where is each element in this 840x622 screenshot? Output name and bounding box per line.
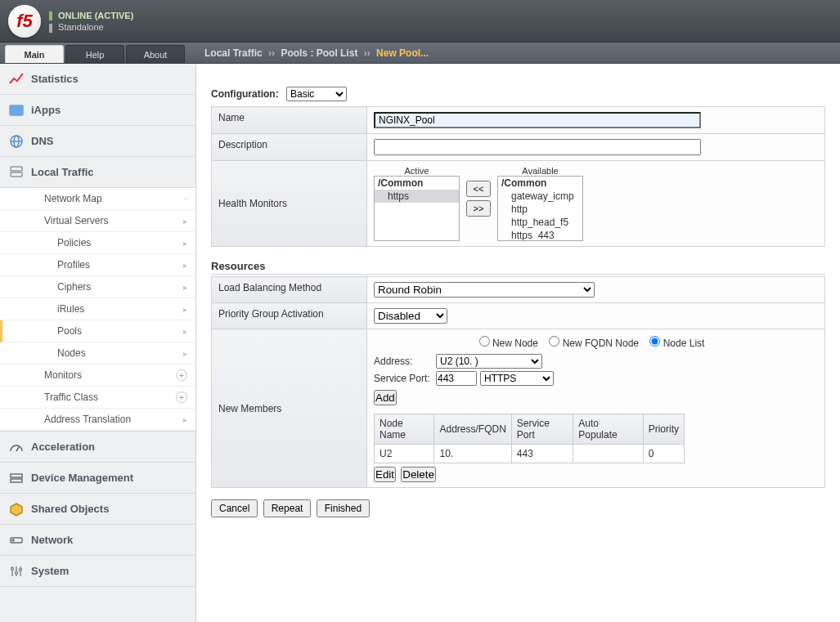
- lb-method-label: Load Balancing Method: [212, 277, 367, 303]
- tab-main[interactable]: Main: [5, 45, 64, 63]
- svg-point-18: [20, 568, 22, 571]
- sidebar-item-device-management[interactable]: Device Management: [0, 463, 195, 494]
- expand-icon: ▫: [184, 195, 187, 204]
- hm-group-common: /Common: [375, 177, 459, 190]
- configuration-select[interactable]: Basic: [286, 87, 347, 101]
- app-header: f5 ONLINE (ACTIVE) Standalone: [0, 0, 840, 43]
- sidebar-item-local-traffic[interactable]: Local Traffic: [0, 157, 195, 188]
- cell-port: 443: [511, 445, 573, 463]
- col-auto-populate: Auto Populate: [573, 414, 643, 445]
- svg-point-16: [11, 567, 14, 570]
- sidebar-item-shared-objects[interactable]: Shared Objects: [0, 494, 195, 525]
- svg-point-17: [16, 571, 18, 574]
- hm-available-list[interactable]: /Common gateway_icmp http http_head_f5 h…: [497, 176, 583, 241]
- sidebar-item-irules[interactable]: iRules ▸: [0, 298, 195, 320]
- chevron-right-icon: ▸: [183, 349, 187, 358]
- radio-new-node[interactable]: New Node: [479, 338, 538, 349]
- sidebar-item-statistics[interactable]: Statistics: [0, 64, 195, 95]
- app-window-icon: [8, 102, 25, 119]
- hm-move-left-button[interactable]: <<: [466, 181, 491, 197]
- status-block: ONLINE (ACTIVE) Standalone: [49, 9, 133, 33]
- configuration-label: Configuration:: [211, 88, 279, 100]
- sidebar-item-policies[interactable]: Policies ▸: [0, 232, 195, 254]
- hm-active-item[interactable]: https: [375, 190, 459, 203]
- col-priority: Priority: [643, 414, 684, 445]
- sidebar-label: Traffic Class: [44, 392, 98, 403]
- sidebar-item-traffic-class[interactable]: Traffic Class +: [0, 387, 195, 409]
- breadcrumb-local-traffic[interactable]: Local Traffic: [204, 47, 263, 59]
- radio-new-fqdn-node[interactable]: New FQDN Node: [549, 338, 639, 349]
- description-label: Description: [212, 134, 367, 161]
- name-input[interactable]: [374, 112, 701, 128]
- sidebar-item-address-translation[interactable]: Address Translation ▸: [0, 409, 195, 431]
- sidebar-label: Network: [31, 534, 73, 546]
- hm-available-item[interactable]: gateway_icmp: [498, 190, 582, 203]
- breadcrumb-pools-list[interactable]: Pools : Pool List: [281, 47, 357, 59]
- sidebar-item-virtual-servers[interactable]: Virtual Servers ▸: [0, 210, 195, 232]
- tab-help[interactable]: Help: [65, 45, 124, 63]
- tab-about[interactable]: About: [126, 45, 185, 63]
- sidebar-item-monitors[interactable]: Monitors +: [0, 365, 195, 387]
- svg-point-12: [12, 539, 14, 541]
- address-select[interactable]: U2 (10. ): [436, 354, 542, 369]
- sidebar-label: Monitors: [44, 369, 82, 381]
- chevron-right-icon: ▸: [183, 239, 187, 248]
- sidebar-label: Pools: [57, 325, 82, 337]
- radio-node-list-input[interactable]: [649, 336, 660, 347]
- sidebar-item-pools[interactable]: Pools ▸: [0, 320, 195, 342]
- sidebar-item-iapps[interactable]: iApps: [0, 95, 195, 126]
- f5-logo: f5: [8, 5, 41, 38]
- service-port-input[interactable]: [436, 371, 477, 386]
- cancel-button[interactable]: Cancel: [211, 499, 258, 517]
- sidebar-item-network[interactable]: Network: [0, 525, 195, 556]
- table-row[interactable]: U2 10. 443 0: [375, 445, 685, 463]
- sidebar-label: Acceleration: [31, 441, 95, 453]
- network-icon: [8, 532, 25, 548]
- finished-button[interactable]: Finished: [317, 499, 370, 517]
- sidebar: Statistics iApps DNS Local Traffic: [0, 64, 196, 622]
- tab-strip: Main Help About Local Traffic ›› Pools :…: [0, 43, 840, 64]
- sidebar-item-profiles[interactable]: Profiles ▸: [0, 254, 195, 276]
- sidebar-label: Virtual Servers: [44, 215, 108, 226]
- radio-new-node-input[interactable]: [479, 336, 490, 347]
- standalone-indicator-icon: [49, 24, 52, 33]
- sliders-icon: [8, 563, 25, 579]
- lb-method-select[interactable]: Round Robin: [374, 282, 595, 298]
- repeat-button[interactable]: Repeat: [263, 499, 312, 517]
- radio-new-fqdn-input[interactable]: [549, 336, 559, 347]
- edit-member-button[interactable]: Edit: [374, 467, 396, 482]
- sidebar-item-nodes[interactable]: Nodes ▸: [0, 342, 195, 365]
- sidebar-item-acceleration[interactable]: Acceleration: [0, 432, 195, 463]
- sidebar-item-dns[interactable]: DNS: [0, 126, 195, 157]
- svg-marker-10: [11, 503, 22, 516]
- status-indicator-icon: [49, 11, 52, 20]
- chevron-right-icon: ▸: [183, 305, 187, 314]
- radio-node-list[interactable]: Node List: [649, 338, 704, 349]
- sidebar-item-network-map[interactable]: Network Map ▫: [0, 188, 195, 210]
- breadcrumb-current: New Pool...: [376, 47, 429, 59]
- hm-available-item[interactable]: http: [498, 203, 582, 216]
- chevron-right-icon: ▸: [183, 327, 187, 336]
- priority-group-select[interactable]: Disabled: [374, 308, 447, 324]
- hm-available-header: Available: [497, 166, 583, 176]
- plus-circle-icon[interactable]: +: [176, 392, 187, 403]
- box-icon: [8, 501, 25, 517]
- chevron-right-icon: ▸: [183, 217, 187, 226]
- svg-line-7: [16, 447, 19, 451]
- hm-available-item[interactable]: http_head_f5: [498, 216, 582, 229]
- service-proto-select[interactable]: HTTPS: [480, 371, 554, 386]
- hm-active-list[interactable]: /Common https: [374, 176, 460, 241]
- sidebar-item-ciphers[interactable]: Ciphers ▸: [0, 276, 195, 298]
- sidebar-item-system[interactable]: System: [0, 556, 195, 587]
- delete-member-button[interactable]: Delete: [401, 467, 436, 482]
- hm-move-right-button[interactable]: >>: [466, 200, 491, 217]
- cell-auto: [573, 445, 643, 463]
- add-member-button[interactable]: Add: [374, 390, 397, 405]
- device-stack-icon: [8, 470, 25, 486]
- sidebar-label: Nodes: [57, 347, 86, 359]
- plus-circle-icon[interactable]: +: [176, 369, 187, 381]
- hm-available-item[interactable]: https_443: [498, 229, 582, 241]
- resources-table: Load Balancing Method Round Robin Priori…: [211, 276, 825, 488]
- col-node-name: Node Name: [375, 414, 434, 445]
- description-input[interactable]: [374, 139, 701, 155]
